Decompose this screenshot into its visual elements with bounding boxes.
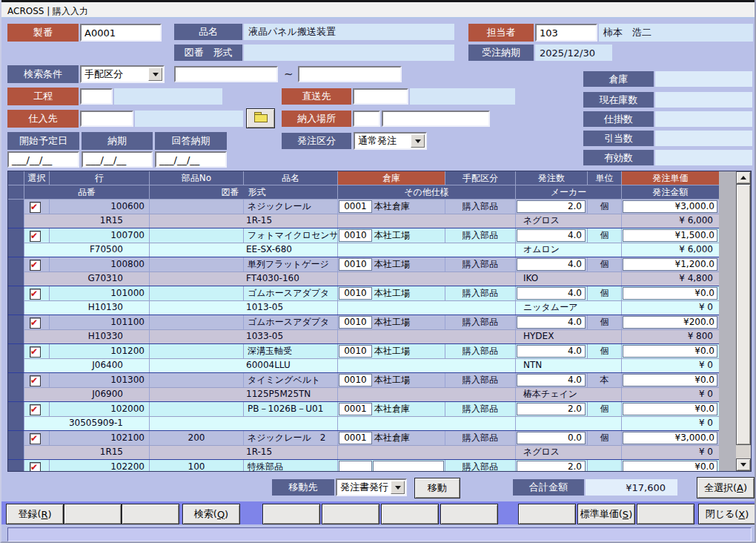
button-blank-4[interactable] xyxy=(262,504,320,524)
qty-input[interactable]: 4.0 xyxy=(517,258,586,271)
kaitou-nouki-input[interactable]: ___/__/__ xyxy=(155,151,227,168)
button-閉じる[interactable]: 閉じる(X) xyxy=(698,504,756,524)
unit-price-input[interactable]: ¥0.0 xyxy=(623,403,717,415)
row-checkbox[interactable]: ✔ xyxy=(30,433,41,444)
warehouse-code-input[interactable]: 0010 xyxy=(339,287,372,300)
search-condition-select[interactable]: 手配区分 xyxy=(80,65,165,83)
row-checkbox[interactable]: ✔ xyxy=(30,346,41,358)
button-標準単価[interactable]: 標準単価(S) xyxy=(577,504,635,524)
qty-input[interactable]: 2.0 xyxy=(517,200,586,213)
part-no-cell xyxy=(149,402,243,416)
unit-price-input[interactable]: ¥0.0 xyxy=(623,374,717,386)
table-row[interactable]: ✔ 101000 ゴムホースアダプタ 0010 本社工場 購入部品 4.0 個 … xyxy=(8,286,719,315)
table-row[interactable]: ✔ 100700 フォトマイクロセンサ 0010 本社工場 購入部品 4.0 個… xyxy=(8,228,719,257)
qty-input[interactable]: 2.0 xyxy=(517,461,586,471)
range-to-input[interactable] xyxy=(298,66,402,82)
unit-price-input[interactable]: ¥0.0 xyxy=(623,345,717,358)
warehouse-code-input[interactable]: 0010 xyxy=(339,316,372,329)
juchu-nouki-label: 受注納期 xyxy=(468,45,534,61)
warehouse-code-input[interactable]: 0001 xyxy=(339,432,372,444)
chevron-down-icon[interactable] xyxy=(411,134,425,148)
tantousha-input[interactable]: 103 xyxy=(535,24,597,42)
button-blank-5[interactable] xyxy=(322,504,379,524)
select-cell[interactable]: ✔ xyxy=(24,286,49,300)
idou-button[interactable]: 移動 xyxy=(414,478,460,498)
chokusosaki-input[interactable] xyxy=(353,88,408,105)
button-登録[interactable]: 登録(R) xyxy=(6,504,64,524)
warehouse-code-input[interactable]: 0001 xyxy=(339,200,372,213)
unit-price-input[interactable]: ¥3,000.0 xyxy=(623,200,717,213)
chevron-down-icon[interactable] xyxy=(148,68,162,81)
table-row[interactable]: ✔ 101200 深溝玉軸受 0010 本社工場 購入部品 4.0 個 ¥0.0… xyxy=(8,344,719,373)
hachu-kubun-select[interactable]: 通常発注 xyxy=(354,132,427,150)
select-cell[interactable]: ✔ xyxy=(24,344,49,358)
select-cell[interactable]: ✔ xyxy=(24,431,49,445)
select-cell[interactable]: ✔ xyxy=(24,460,49,471)
select-cell[interactable]: ✔ xyxy=(24,402,49,416)
table-row[interactable]: ✔ 100600 ネジックレール 0001 本社倉庫 購入部品 2.0 個 ¥3… xyxy=(8,200,719,228)
nonyubasho-name-input[interactable] xyxy=(382,111,490,127)
qty-input[interactable]: 4.0 xyxy=(517,374,586,386)
unit-price-input[interactable]: ¥1,500.0 xyxy=(623,229,717,242)
row-checkbox[interactable]: ✔ xyxy=(30,289,41,300)
range-from-input[interactable] xyxy=(174,66,278,82)
table-row[interactable]: ✔ 100800 単列フラットゲージ 0010 本社工場 購入部品 4.0 個 … xyxy=(8,257,719,286)
select-cell[interactable]: ✔ xyxy=(24,257,49,272)
select-cell[interactable]: ✔ xyxy=(24,315,49,329)
warehouse-code-input[interactable]: 0010 xyxy=(339,229,372,242)
row-checkbox[interactable]: ✔ xyxy=(30,375,41,386)
scroll-up-button[interactable] xyxy=(736,171,751,184)
unit-price-input[interactable]: ¥3,000.0 xyxy=(623,432,717,444)
button-blank-7[interactable] xyxy=(440,504,498,524)
button-検索[interactable]: 検索(Q) xyxy=(182,504,240,524)
unit-price-input[interactable]: ¥200.0 xyxy=(623,316,717,329)
vertical-scrollbar[interactable] xyxy=(736,171,751,471)
warehouse-code-input[interactable]: 0010 xyxy=(339,345,372,358)
table-row[interactable]: ✔ 101300 タイミングベルト 0010 本社工場 購入部品 4.0 本 ¥… xyxy=(8,373,719,402)
unit-price-input[interactable]: ¥0.0 xyxy=(623,287,717,300)
warehouse-code-input[interactable]: 0010 xyxy=(339,374,372,386)
item-code-cell: H10130 xyxy=(24,300,149,315)
button-blank-10[interactable] xyxy=(637,504,694,524)
row-checkbox[interactable]: ✔ xyxy=(30,404,41,415)
select-cell[interactable]: ✔ xyxy=(24,200,49,214)
qty-input[interactable]: 0.0 xyxy=(517,432,586,444)
nonyubasho-code-input[interactable] xyxy=(353,111,380,127)
unit-price-input[interactable]: ¥1,200.0 xyxy=(623,258,717,271)
scroll-down-button[interactable] xyxy=(736,458,751,471)
shiiresaki-input[interactable] xyxy=(80,111,133,127)
qty-input[interactable]: 4.0 xyxy=(517,229,586,242)
button-blank-1[interactable] xyxy=(64,504,122,524)
seiban-input[interactable]: A0001 xyxy=(80,24,162,42)
kaishi-yoteibi-input[interactable]: ___/__/__ xyxy=(7,151,79,168)
button-blank-6[interactable] xyxy=(381,504,439,524)
qty-input[interactable]: 2.0 xyxy=(517,403,586,415)
unit-price-input[interactable]: ¥0.0 xyxy=(623,461,717,471)
table-row[interactable]: ✔ 102200 100 特殊部品 購入部品 2.0 ¥0.0 ¥ 0 xyxy=(8,460,719,471)
warehouse-code-input[interactable] xyxy=(339,461,372,471)
chevron-down-icon[interactable] xyxy=(391,481,405,494)
row-checkbox[interactable]: ✔ xyxy=(30,317,41,329)
qty-input[interactable]: 4.0 xyxy=(517,287,586,300)
qty-input[interactable]: 4.0 xyxy=(517,345,586,358)
row-checkbox[interactable]: ✔ xyxy=(30,231,41,242)
table-row[interactable]: ✔ 102100 200 ネジックレール 2 0001 本社倉庫 購入部品 0.… xyxy=(8,431,719,460)
row-checkbox[interactable]: ✔ xyxy=(30,202,41,213)
warehouse-code-input[interactable]: 0001 xyxy=(339,403,372,415)
nouki-input[interactable]: ___/__/__ xyxy=(82,151,153,168)
kotei-input[interactable] xyxy=(80,88,113,105)
folder-lookup-button[interactable] xyxy=(246,108,275,128)
select-all-button[interactable]: 全選択(A) xyxy=(697,477,755,498)
scrollbar-thumb[interactable] xyxy=(736,184,751,445)
select-cell[interactable]: ✔ xyxy=(24,373,49,387)
button-blank-8[interactable] xyxy=(518,504,576,524)
select-cell[interactable]: ✔ xyxy=(24,228,49,243)
idousaki-select[interactable]: 発注書発行 xyxy=(336,478,407,496)
row-checkbox[interactable]: ✔ xyxy=(30,260,41,271)
button-blank-2[interactable] xyxy=(122,504,179,524)
row-checkbox[interactable]: ✔ xyxy=(30,462,41,471)
warehouse-code-input[interactable]: 0010 xyxy=(339,258,372,271)
table-row[interactable]: ✔ 101100 ゴムホースアダプタ 0010 本社工場 購入部品 4.0 個 … xyxy=(8,315,719,344)
table-row[interactable]: ✔ 102000 PB－1026B－U01 0001 本社倉庫 購入部品 2.0… xyxy=(8,402,719,431)
qty-input[interactable]: 4.0 xyxy=(517,316,586,329)
